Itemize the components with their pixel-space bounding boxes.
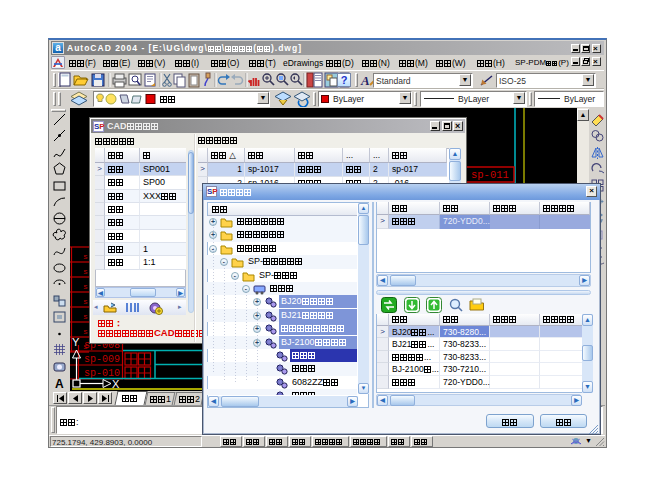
svg-text:s: s — [83, 312, 88, 321]
svg-text:s: s — [83, 327, 88, 336]
svg-text:s: s — [83, 297, 88, 306]
svg-text:A: A — [360, 73, 370, 88]
svg-text:sp-009: sp-009 — [84, 354, 120, 365]
svg-text:s: s — [83, 252, 88, 261]
svg-text:sp-011: sp-011 — [471, 169, 509, 181]
svg-text:s: s — [83, 282, 88, 291]
svg-text:s: s — [83, 267, 88, 276]
svg-text:Y: Y — [72, 336, 80, 348]
svg-text:A: A — [55, 377, 64, 391]
